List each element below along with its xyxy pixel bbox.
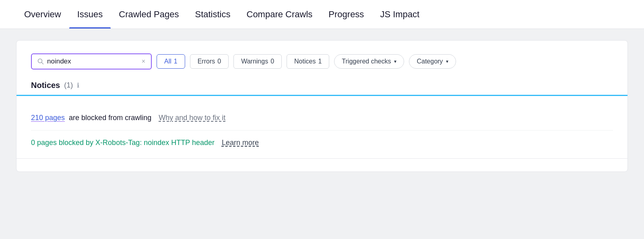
filter-errors-button[interactable]: Errors 0 (190, 54, 229, 69)
section-count: (1) (64, 81, 73, 90)
nav-progress[interactable]: Progress (320, 0, 372, 29)
issue-row: 210 pages are blocked from crawling Why … (31, 106, 613, 131)
filter-all-button[interactable]: All 1 (157, 54, 185, 69)
nav-issues[interactable]: Issues (69, 0, 111, 29)
nav-overview[interactable]: Overview (16, 0, 69, 29)
nav-statistics[interactable]: Statistics (187, 0, 238, 29)
triggered-checks-dropdown[interactable]: Triggered checks ▾ (334, 54, 404, 69)
nav-compare-crawls[interactable]: Compare Crawls (239, 0, 321, 29)
bottom-divider (17, 158, 627, 159)
info-icon[interactable]: ℹ (77, 82, 79, 89)
top-navigation: Overview Issues Crawled Pages Statistics… (0, 0, 644, 29)
filter-all-label: All (164, 58, 171, 65)
section-title: Notices (31, 81, 60, 90)
triggered-checks-chevron-icon: ▾ (394, 59, 396, 64)
triggered-checks-label: Triggered checks (342, 58, 391, 65)
filter-warnings-button[interactable]: Warnings 0 (233, 54, 282, 69)
filter-row: × All 1 Errors 0 Warnings 0 Notices 1 (31, 53, 613, 69)
why-fix-link[interactable]: Why and how to fix it (159, 114, 225, 122)
blue-divider (17, 95, 627, 96)
issue-description: are blocked from crawling (69, 114, 151, 122)
filter-notices-count: 1 (318, 58, 322, 65)
category-dropdown[interactable]: Category ▾ (409, 54, 456, 69)
nav-js-impact[interactable]: JS Impact (372, 0, 427, 29)
issues-card: × All 1 Errors 0 Warnings 0 Notices 1 (16, 40, 628, 172)
filter-errors-count: 0 (217, 58, 221, 65)
sub-issue-text: 0 pages blocked by X-Robots-Tag: noindex… (31, 139, 215, 147)
filter-warnings-count: 0 (270, 58, 274, 65)
learn-more-link[interactable]: Learn more (222, 139, 259, 147)
search-input[interactable] (47, 57, 138, 65)
pages-link[interactable]: 210 pages (31, 114, 65, 122)
filter-all-count: 1 (174, 58, 178, 65)
section-heading: Notices (1) ℹ (31, 81, 613, 95)
category-chevron-icon: ▾ (446, 59, 448, 64)
sub-issue-row: 0 pages blocked by X-Robots-Tag: noindex… (31, 131, 613, 155)
category-label: Category (417, 58, 443, 65)
filter-notices-button[interactable]: Notices 1 (287, 54, 329, 69)
nav-crawled-pages[interactable]: Crawled Pages (111, 0, 187, 29)
filter-errors-label: Errors (198, 58, 215, 65)
filter-warnings-label: Warnings (241, 58, 268, 65)
svg-line-1 (42, 63, 43, 64)
issues-section: 210 pages are blocked from crawling Why … (31, 106, 613, 155)
search-box[interactable]: × (31, 53, 152, 69)
main-content: × All 1 Errors 0 Warnings 0 Notices 1 (0, 29, 644, 183)
search-icon (37, 58, 44, 65)
filter-notices-label: Notices (294, 58, 316, 65)
clear-search-button[interactable]: × (142, 58, 145, 65)
